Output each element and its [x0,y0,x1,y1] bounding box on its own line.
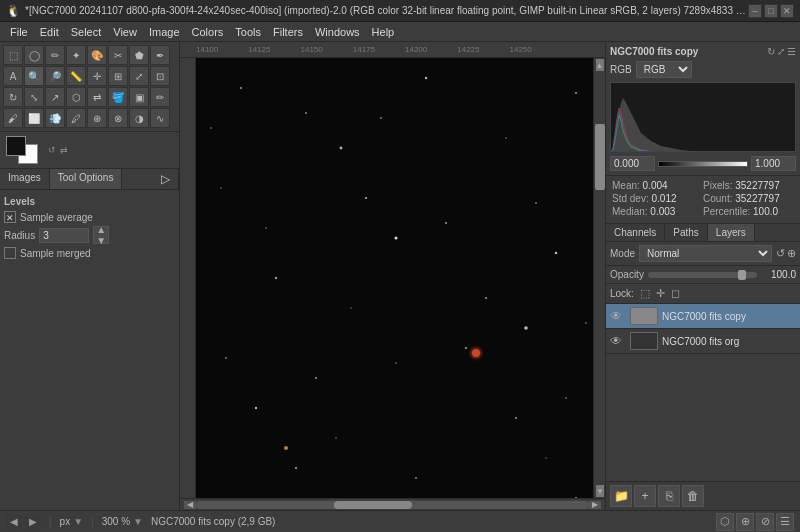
status-icon-2[interactable]: ⊕ [736,513,754,531]
vertical-scrollbar[interactable]: ▲ ▼ [593,58,605,498]
tool-flip[interactable]: ⇄ [87,87,107,107]
tool-clone[interactable]: ⊕ [87,108,107,128]
tool-crop[interactable]: ⊡ [150,66,170,86]
new-layer-button[interactable]: + [634,485,656,507]
horizontal-scrollbar[interactable] [196,501,589,509]
layer-eye-org[interactable]: 👁 [610,334,626,348]
tool-align[interactable]: ⊞ [108,66,128,86]
scroll-down-arrow[interactable]: ▼ [596,485,604,497]
status-icon-4[interactable]: ☰ [776,513,794,531]
tool-move[interactable]: ✛ [87,66,107,86]
delete-layer-button[interactable]: 🗑 [682,485,704,507]
status-icon-3[interactable]: ⊘ [756,513,774,531]
collapse-panel-icon[interactable]: ▷ [153,169,179,189]
sample-merged-check[interactable] [4,247,16,259]
tool-shear[interactable]: ↗ [45,87,65,107]
tool-ink[interactable]: 🖊 [66,108,86,128]
nav-right-button[interactable]: ▶ [25,514,41,530]
menu-filters[interactable]: Filters [267,24,309,40]
tool-scissors[interactable]: ✂ [108,45,128,65]
tool-eraser[interactable]: ⬜ [24,108,44,128]
menu-edit[interactable]: Edit [34,24,65,40]
channel-dropdown[interactable]: RGB Red Green Blue [636,61,692,78]
tool-select-by-color[interactable]: 🎨 [87,45,107,65]
menu-select[interactable]: Select [65,24,108,40]
levels-min-input[interactable] [610,156,655,171]
canvas-scroll[interactable]: ▲ ▼ [196,58,605,498]
tab-layers[interactable]: Layers [708,224,755,241]
histogram-menu-icon[interactable]: ☰ [787,46,796,57]
tool-heal[interactable]: ⊗ [108,108,128,128]
tab-paths[interactable]: Paths [665,224,708,241]
tool-zoom[interactable]: 🔎 [45,66,65,86]
tool-perspective[interactable]: ⬡ [66,87,86,107]
unit-dropdown-icon[interactable]: ▼ [73,516,83,527]
sample-average-check[interactable] [4,211,16,223]
tool-airbrush[interactable]: 💨 [45,108,65,128]
menu-colors[interactable]: Colors [186,24,230,40]
tool-bucket[interactable]: 🪣 [108,87,128,107]
vertical-scroll-thumb[interactable] [595,124,605,190]
radius-input[interactable] [39,228,89,243]
layer-item-copy[interactable]: 👁 NGC7000 fits copy [606,304,800,329]
status-icon-1[interactable]: ⬡ [716,513,734,531]
scroll-left-arrow[interactable]: ◀ [184,501,196,509]
zoom-dropdown-icon[interactable]: ▼ [133,516,143,527]
tool-transform[interactable]: ⤢ [129,66,149,86]
tab-images[interactable]: Images [0,169,50,189]
menu-help[interactable]: Help [366,24,401,40]
color-swap[interactable]: ⇄ [60,145,68,155]
horizontal-scroll-thumb[interactable] [334,501,413,509]
tool-fuzzy-select[interactable]: ✦ [66,45,86,65]
mode-icon-left[interactable]: ↺ [776,247,785,260]
opacity-thumb[interactable] [738,270,746,280]
scroll-up-arrow[interactable]: ▲ [596,59,604,71]
new-layer-group-button[interactable]: 📁 [610,485,632,507]
radius-spinner[interactable]: ▲▼ [93,226,109,244]
histogram-refresh-icon[interactable]: ↻ [767,46,775,57]
tool-free-select[interactable]: ✏ [45,45,65,65]
levels-gradient-bar[interactable] [658,161,748,167]
tab-tool-options[interactable]: Tool Options [50,169,123,189]
color-boxes[interactable] [6,136,38,164]
levels-max-input[interactable] [751,156,796,171]
foreground-color[interactable] [6,136,26,156]
tool-smudge[interactable]: ∿ [150,108,170,128]
histogram-expand-icon[interactable]: ⤢ [777,46,785,57]
layer-eye-copy[interactable]: 👁 [610,309,626,323]
tool-colorpicker[interactable]: 🔍 [24,66,44,86]
tab-channels[interactable]: Channels [606,224,665,241]
tool-paths[interactable]: ✒ [150,45,170,65]
tool-pencil[interactable]: ✏ [150,87,170,107]
menu-view[interactable]: View [107,24,143,40]
tool-blend[interactable]: ▣ [129,87,149,107]
tool-brush[interactable]: 🖌 [3,108,23,128]
tool-scale[interactable]: ⤡ [24,87,44,107]
copy-layer-button[interactable]: ⎘ [658,485,680,507]
lock-alpha-icon[interactable]: ◻ [671,287,680,300]
tool-ellipse-select[interactable]: ◯ [24,45,44,65]
menu-image[interactable]: Image [143,24,186,40]
maximize-button[interactable]: □ [764,4,778,18]
nav-left-button[interactable]: ◀ [6,514,22,530]
mode-dropdown[interactable]: Normal Multiply Screen Overlay [639,245,772,262]
menu-windows[interactable]: Windows [309,24,366,40]
tool-text[interactable]: A [3,66,23,86]
lock-position-icon[interactable]: ✛ [656,287,665,300]
scroll-right-arrow[interactable]: ▶ [589,501,601,509]
menu-tools[interactable]: Tools [229,24,267,40]
color-reset[interactable]: ↺ [48,145,56,155]
tool-rotate[interactable]: ↻ [3,87,23,107]
tool-foreground-select[interactable]: ⬟ [129,45,149,65]
lock-pixels-icon[interactable]: ⬚ [640,287,650,300]
opacity-slider[interactable] [648,272,757,278]
tool-dodge[interactable]: ◑ [129,108,149,128]
tool-measure[interactable]: 📏 [66,66,86,86]
menu-file[interactable]: File [4,24,34,40]
minimize-button[interactable]: – [748,4,762,18]
mode-icon-right[interactable]: ⊕ [787,247,796,260]
tool-rect-select[interactable]: ⬚ [3,45,23,65]
layer-item-org[interactable]: 👁 NGC7000 fits org [606,329,800,354]
svg-point-10 [275,277,277,279]
close-button[interactable]: ✕ [780,4,794,18]
